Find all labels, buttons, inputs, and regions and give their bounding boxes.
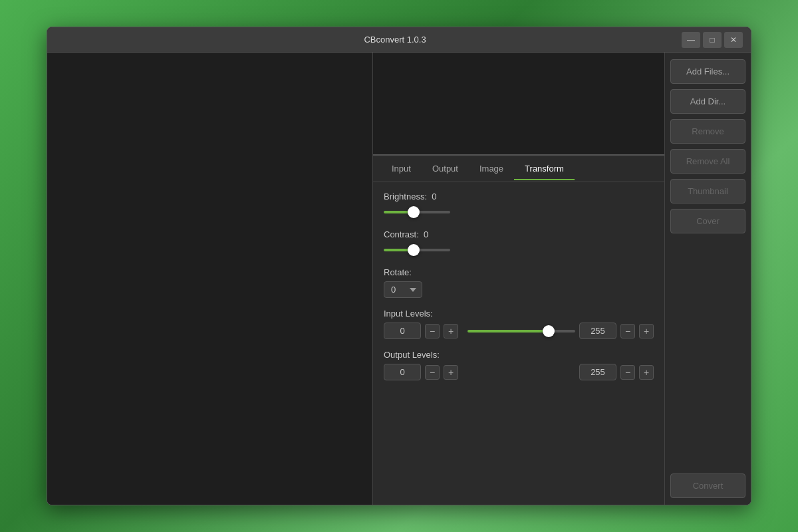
maximize-button[interactable]: □ [703,32,722,48]
brightness-value: 0 [432,192,436,201]
input-levels-row: Input Levels: − + − + [384,309,654,339]
window-title: CBconvert 1.0.3 [108,35,682,45]
input-min-decrement[interactable]: − [425,324,440,338]
contrast-slider-track[interactable] [384,243,654,257]
output-min-increment[interactable]: + [444,365,458,380]
transform-panel: Brightness: 0 Contrast: 0 [373,182,664,505]
input-levels-slider-track[interactable] [467,330,575,332]
minimize-button[interactable]: — [682,32,700,48]
preview-area [373,53,664,156]
right-sidebar: Add Files... Add Dir... Remove Remove Al… [664,53,751,505]
input-max-decrement[interactable]: − [620,324,635,338]
tabs-bar: Input Output Image Transform [373,156,664,182]
center-panel: Input Output Image Transform Brightness:… [373,53,664,505]
contrast-row: Contrast: 0 [384,229,654,257]
input-max-increment[interactable]: + [639,324,654,338]
input-max-field[interactable] [579,323,616,339]
convert-button[interactable]: Convert [670,473,745,498]
main-window: CBconvert 1.0.3 — □ ✕ Input Output Image… [47,27,751,505]
output-max-decrement[interactable]: − [620,365,635,380]
main-content: Input Output Image Transform Brightness:… [47,53,751,505]
titlebar: CBconvert 1.0.3 — □ ✕ [47,27,751,53]
output-levels-row: Output Levels: − + − + [384,350,654,380]
input-min-increment[interactable]: + [444,324,458,338]
remove-all-button[interactable]: Remove All [670,149,745,174]
brightness-row: Brightness: 0 [384,192,654,219]
brightness-label: Brightness: 0 [384,192,654,201]
brightness-slider-track[interactable] [384,205,654,219]
tab-output[interactable]: Output [422,158,469,180]
add-dir-button[interactable]: Add Dir... [670,89,745,114]
add-files-button[interactable]: Add Files... [670,59,745,84]
input-levels-slider-container [465,330,573,332]
close-button[interactable]: ✕ [724,32,743,48]
remove-button[interactable]: Remove [670,119,745,144]
brightness-slider-bg [384,211,450,213]
rotate-row: Rotate: 0 90 180 270 [384,267,654,298]
output-levels-controls: − + − + [384,364,654,380]
input-levels-slider-thumb[interactable] [543,325,555,337]
output-levels-label: Output Levels: [384,350,654,360]
output-min-field[interactable] [384,364,421,380]
file-list-panel [47,53,373,505]
contrast-label: Contrast: 0 [384,229,654,239]
contrast-value: 0 [424,229,428,239]
output-max-increment[interactable]: + [639,365,654,380]
contrast-slider-thumb[interactable] [408,244,420,256]
tab-input[interactable]: Input [381,158,422,180]
sidebar-spacer [670,239,745,468]
tab-image[interactable]: Image [469,158,514,180]
contrast-slider-bg [384,249,450,251]
cover-button[interactable]: Cover [670,209,745,233]
input-min-field[interactable] [384,323,421,339]
window-controls: — □ ✕ [682,32,743,48]
rotate-label: Rotate: [384,267,654,277]
rotate-select[interactable]: 0 90 180 270 [384,281,422,298]
brightness-slider-thumb[interactable] [408,206,420,218]
output-min-decrement[interactable]: − [425,365,440,380]
input-levels-controls: − + − + [384,323,654,339]
input-levels-label: Input Levels: [384,309,654,319]
thumbnail-button[interactable]: Thumbnail [670,179,745,203]
output-max-field[interactable] [579,364,616,380]
tab-transform[interactable]: Transform [514,158,575,180]
